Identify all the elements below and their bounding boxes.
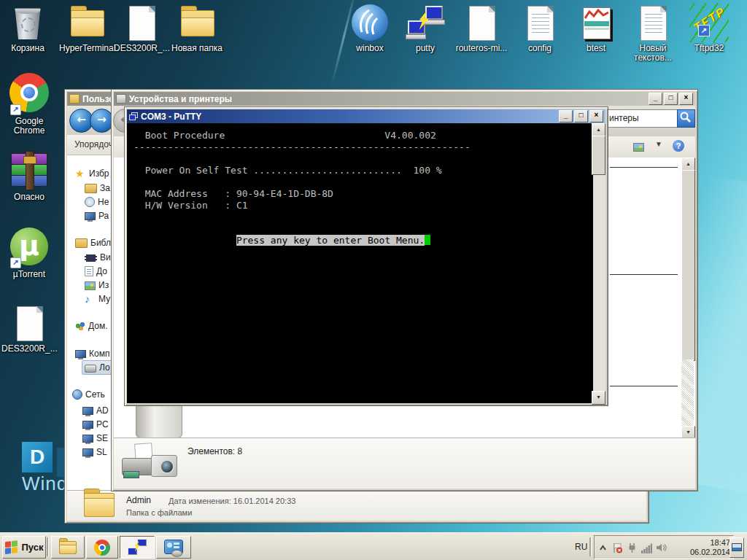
desktop-icon-btest[interactable]: btest: [568, 4, 624, 53]
desktop-icon-tftpd32[interactable]: TFTP↗ Tftpd32: [681, 4, 737, 53]
network-signal-icon[interactable]: [641, 542, 652, 553]
maximize-button[interactable]: □: [574, 110, 588, 122]
desktop-icon-new-text-doc[interactable]: Новый текстов...: [625, 4, 681, 63]
btest-icon: [583, 7, 611, 39]
scrollbar-track[interactable]: [681, 359, 694, 426]
desktop-icon-utorrent[interactable]: µ↗ µTorrent: [1, 228, 57, 279]
power-plug-icon[interactable]: [627, 542, 638, 553]
text-document-icon: [527, 6, 554, 41]
desktop-icon-winrar[interactable]: Опасно: [1, 152, 57, 202]
show-desktop-button[interactable]: [729, 537, 744, 558]
desktop-icon-small: [85, 212, 96, 220]
folder-icon: [84, 493, 115, 517]
sidebar-item-network-pc[interactable]: PC: [82, 418, 109, 431]
terminal[interactable]: Boot Procedure V4.00.002 ---------------…: [127, 123, 605, 403]
printer-camera-icon: [122, 443, 183, 486]
volume-icon[interactable]: [656, 542, 667, 553]
taskbar-button-putty[interactable]: [120, 536, 155, 559]
search-input[interactable]: интеры: [607, 109, 678, 128]
sidebar-item-video[interactable]: Ви: [85, 251, 111, 264]
selected-item-type: Папка с файлами: [126, 508, 192, 517]
desktop-icon-des3200r[interactable]: DES3200R_...: [114, 4, 169, 53]
desktop-icon-winbox[interactable]: winbox: [342, 4, 398, 53]
sidebar-item-music[interactable]: ♪Му: [85, 292, 110, 306]
organize-menu[interactable]: Упорядоч: [74, 139, 113, 149]
action-center-flag-icon[interactable]: [612, 542, 623, 553]
show-hidden-icons-chevron[interactable]: [597, 542, 608, 553]
folder-icon: [71, 10, 104, 36]
devices-status-pane: [114, 438, 695, 489]
sidebar-item-homegroup[interactable]: Дом.: [75, 319, 108, 332]
tray-time: 18:47: [690, 538, 730, 548]
libraries-icon: [75, 238, 88, 248]
help-icon[interactable]: ?: [673, 140, 684, 152]
minimize-button[interactable]: _: [649, 93, 662, 105]
sidebar-item-documents[interactable]: До: [85, 265, 107, 278]
sidebar-item-desktop[interactable]: Ра: [85, 209, 109, 222]
minimize-button[interactable]: _: [559, 110, 573, 122]
desktop-icon-recycle-bin[interactable]: Корзина: [0, 4, 55, 53]
sidebar-item-recent[interactable]: Не: [85, 195, 109, 209]
putty-titlebar[interactable]: COM3 - PuTTY _ □ ×: [127, 109, 605, 123]
sidebar-item-network-pc[interactable]: SL: [82, 446, 107, 459]
desktop-icon-new-folder[interactable]: Новая папка: [169, 4, 225, 53]
desktop-icon-putty[interactable]: putty: [398, 4, 453, 53]
scrollbar-thumb[interactable]: [592, 136, 605, 175]
pictures-icon: [85, 281, 96, 290]
sidebar-item-favorites[interactable]: ★Избр: [75, 167, 109, 180]
selected-item-modified: Дата изменения: 16.01.2014 20:33: [169, 497, 295, 505]
tray-clock[interactable]: 18:47 06.02.2014: [690, 538, 730, 557]
shortcut-arrow-icon: ↗: [10, 257, 21, 268]
windows-logo-icon: [5, 540, 19, 555]
network-pc-icon: [82, 448, 93, 456]
devices-icon: [164, 540, 183, 556]
taskbar-button-devices[interactable]: [156, 536, 191, 559]
star-icon: ★: [75, 169, 86, 179]
language-indicator[interactable]: RU: [575, 542, 587, 552]
terminal-line: ----------------------------------------…: [133, 141, 605, 153]
taskbar-button-chrome[interactable]: [86, 536, 118, 559]
sidebar-item-pictures[interactable]: Из: [85, 279, 109, 292]
close-button[interactable]: ×: [589, 110, 603, 122]
scroll-down-arrow[interactable]: ▼: [592, 391, 605, 405]
sidebar-item-network[interactable]: Сеть: [72, 388, 105, 401]
scrollbar-thumb[interactable]: [681, 170, 695, 361]
putty-icon: [405, 4, 446, 42]
sidebar-item-libraries[interactable]: Библ: [75, 236, 111, 249]
network-pc-icon: [82, 407, 93, 415]
desktop-icon-routeros[interactable]: routeros-mi...: [454, 4, 509, 53]
recycle-bin-icon: [14, 6, 42, 39]
devices-titlebar[interactable]: Устройства и принтеры _ □ ×: [114, 92, 695, 106]
winbox-icon: [352, 4, 388, 41]
explorer-window-title: Пользо: [82, 94, 115, 104]
desktop-icon-des3200r-2[interactable]: DES3200R_...: [1, 305, 57, 354]
tftpd32-icon: TFTP↗: [689, 3, 729, 42]
desktop-icon-config[interactable]: config: [512, 4, 568, 53]
search-button[interactable]: [677, 109, 695, 128]
folder-icon: [69, 94, 80, 104]
document-icon: [469, 6, 495, 41]
sidebar-item-downloads[interactable]: За: [85, 182, 110, 195]
close-button[interactable]: ×: [679, 93, 693, 105]
maximize-button[interactable]: □: [664, 93, 678, 105]
sidebar-item-network-pc[interactable]: AD: [82, 404, 109, 417]
sidebar-item-network-pc[interactable]: SE: [82, 432, 108, 445]
downloads-icon: [85, 184, 97, 193]
items-count: Элементов: 8: [187, 446, 242, 456]
document-icon: [129, 6, 155, 41]
view-icon[interactable]: [633, 143, 644, 152]
terminal-line: MAC Address : 90-94-E4-1D-DB-8D: [133, 188, 605, 200]
start-button[interactable]: Пуск: [2, 536, 46, 559]
putty-icon: [128, 539, 147, 556]
disk-icon: [85, 365, 96, 373]
network-pc-icon: [82, 435, 93, 443]
video-icon: [85, 254, 97, 262]
chevron-down-icon[interactable]: ▼: [655, 140, 662, 148]
taskbar-button-explorer[interactable]: [51, 536, 85, 559]
desktop-icon-chrome[interactable]: ↗ Google Chrome: [1, 73, 57, 136]
sidebar-item-computer[interactable]: Комп: [75, 347, 109, 360]
desktop: D Wind Корзина HyperTerminal DES3200R_..…: [0, 0, 747, 560]
terminal-line: H/W Version : C1: [133, 200, 605, 211]
desktop-icon-hyperterminal[interactable]: HyperTerminal: [59, 4, 115, 53]
devices-window-title: Устройства и принтеры: [129, 94, 232, 104]
